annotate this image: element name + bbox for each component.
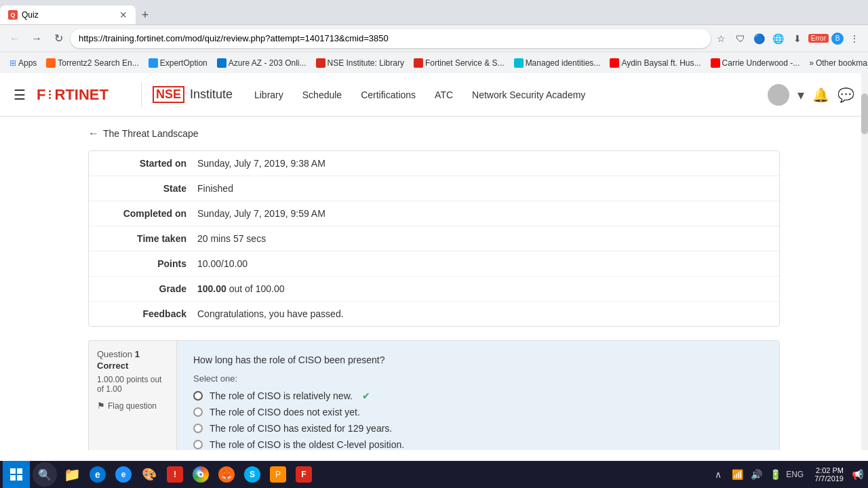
bookmark-fortinet[interactable]: Fortinet Service & S... xyxy=(410,57,509,69)
answer-text-1-2: The role of CISO does not exist yet. xyxy=(210,407,360,418)
radio-1-2[interactable] xyxy=(193,407,203,417)
question-1-points-total: 1.00 xyxy=(106,384,121,394)
error-badge: Error xyxy=(808,34,829,43)
state-label: State xyxy=(102,183,197,194)
scrollbar-thumb[interactable] xyxy=(861,94,868,134)
feedback-value: Congratulations, you have passed. xyxy=(197,308,766,319)
question-1-container: Question 1 Correct 1.00.00 points out of… xyxy=(88,340,780,450)
toolbar-icons: ☆ 🛡 🔵 🌐 ⬇ Error B ⋮ xyxy=(713,30,863,47)
scrollbar[interactable] xyxy=(861,73,868,450)
question-1-points: 1.00.00 points out of 1.00 xyxy=(97,375,168,394)
browser-chrome: Q Quiz ✕ + ← → ↻ ☆ 🛡 🔵 🌐 ⬇ Error B ⋮ ⊞ A… xyxy=(0,0,868,73)
started-on-label: Started on xyxy=(102,158,197,169)
points-value: 10.00/10.00 xyxy=(197,258,766,269)
extension4-icon[interactable]: B xyxy=(831,33,844,45)
bookmark-more[interactable]: » Other bookmarks xyxy=(805,57,868,69)
browser-toolbar: ← → ↻ ☆ 🛡 🔵 🌐 ⬇ Error B ⋮ xyxy=(0,24,868,52)
question-1-points-earned: 1.00 xyxy=(97,375,113,384)
quiz-info-points: Points 10.00/10.00 xyxy=(89,251,779,277)
tab-bar: Q Quiz ✕ + xyxy=(0,0,868,24)
extension2-icon[interactable]: 🌐 xyxy=(770,30,787,47)
star-icon[interactable]: ☆ xyxy=(713,30,730,47)
question-1-sidebar: Question 1 Correct 1.00.00 points out of… xyxy=(88,340,176,450)
bookmark-nse[interactable]: NSE Institute: Library xyxy=(312,57,408,69)
user-avatar[interactable] xyxy=(768,84,789,106)
nav-schedule[interactable]: Schedule xyxy=(302,89,342,100)
points-label: Points xyxy=(102,258,197,269)
question-1-main: How long has the role of CISO been prese… xyxy=(176,340,780,450)
nse-logo[interactable]: NSE Institute xyxy=(153,86,233,103)
flag-label: Flag question xyxy=(108,401,157,411)
fortinet-logo[interactable]: F RTINET xyxy=(37,86,108,104)
radio-1-3[interactable] xyxy=(193,424,203,433)
nav-links: Library Schedule Certifications ATC Netw… xyxy=(254,89,768,100)
radio-1-1[interactable] xyxy=(193,391,203,401)
tab-close-button[interactable]: ✕ xyxy=(119,9,127,20)
forward-button[interactable]: → xyxy=(27,29,46,48)
nav-library[interactable]: Library xyxy=(254,89,283,100)
feedback-label: Feedback xyxy=(102,308,197,319)
breadcrumb-link[interactable]: The Threat Landscape xyxy=(103,128,199,139)
bookmark-azure[interactable]: Azure AZ - 203 Onli... xyxy=(213,57,311,69)
answer-option-1-1: The role of CISO is relatively new. ✔ xyxy=(193,390,763,401)
back-button[interactable]: ← xyxy=(5,29,24,48)
bookmark-aydin-label: Aydin Baysal ft. Hus... xyxy=(621,58,701,68)
question-1-status: Correct xyxy=(97,361,168,371)
completed-on-label: Completed on xyxy=(102,208,197,219)
state-value: Finished xyxy=(197,183,766,194)
bookmarks-more-icon: » xyxy=(809,58,814,68)
quiz-info-table: Started on Sunday, July 7, 2019, 9:38 AM… xyxy=(88,150,780,327)
quiz-info-time-taken: Time taken 20 mins 57 secs xyxy=(89,226,779,251)
answer-text-1-3: The role of CISO has existed for 129 yea… xyxy=(210,423,392,434)
bookmark-apps[interactable]: ⊞ Apps xyxy=(5,57,41,69)
messages-icon[interactable]: 💬 xyxy=(837,87,854,103)
fortinet-dots xyxy=(49,90,51,99)
nav-atc[interactable]: ATC xyxy=(435,89,453,100)
bookmark-expertoption[interactable]: ExpertOption xyxy=(144,57,212,69)
answer-text-1-4: The role of CISO is the oldest C-level p… xyxy=(210,439,404,450)
nav-network-security-academy[interactable]: Network Security Academy xyxy=(472,89,585,100)
nse-text: NSE xyxy=(153,86,184,103)
started-on-value: Sunday, July 7, 2019, 9:38 AM xyxy=(197,158,766,169)
bookmark-torrentz-label: Torrentz2 Search En... xyxy=(58,58,138,68)
bookmark-carrie-label: Carrie Underwood -... xyxy=(722,58,800,68)
hamburger-menu-icon[interactable]: ☰ xyxy=(14,87,26,103)
notifications-icon[interactable]: 🔔 xyxy=(812,87,829,103)
quiz-info-completed-on: Completed on Sunday, July 7, 2019, 9:59 … xyxy=(89,201,779,226)
refresh-button[interactable]: ↻ xyxy=(49,29,68,48)
extension3-icon[interactable]: ⬇ xyxy=(789,30,806,47)
bookmark-apps-label: Apps xyxy=(18,58,37,68)
answer-option-1-2: The role of CISO does not exist yet. xyxy=(193,407,763,418)
fortinet-rtinet: RTINET xyxy=(54,86,108,104)
extension1-icon[interactable]: 🔵 xyxy=(751,30,768,47)
breadcrumb: ← The Threat Landscape xyxy=(0,117,868,150)
bookmark-expertoption-label: ExpertOption xyxy=(160,58,208,68)
breadcrumb-back-arrow[interactable]: ← xyxy=(88,127,99,140)
time-taken-value: 20 mins 57 secs xyxy=(197,233,766,244)
address-bar[interactable] xyxy=(71,29,711,48)
correct-checkmark-1: ✔ xyxy=(362,390,370,401)
grade-label: Grade xyxy=(102,283,197,294)
new-tab-button[interactable]: + xyxy=(136,5,155,24)
active-tab[interactable]: Q Quiz ✕ xyxy=(0,5,136,24)
bookmark-fortinet-label: Fortinet Service & S... xyxy=(425,58,505,68)
radio-1-4[interactable] xyxy=(193,440,203,449)
bookmark-carrie[interactable]: Carrie Underwood -... xyxy=(707,57,804,69)
fortinet-f: F xyxy=(37,86,45,104)
bookmarks-bar: ⊞ Apps Torrentz2 Search En... ExpertOpti… xyxy=(0,52,868,73)
quiz-info-state: State Finished xyxy=(89,176,779,201)
menu-dots[interactable]: ⋮ xyxy=(846,30,863,47)
question-1-flag[interactable]: ⚑ Flag question xyxy=(97,401,168,411)
answer-option-1-3: The role of CISO has existed for 129 yea… xyxy=(193,423,763,434)
bookmark-aydin[interactable]: Aydin Baysal ft. Hus... xyxy=(606,57,705,69)
bookmark-managed[interactable]: Managed identities... xyxy=(510,57,605,69)
bookmark-torrentz[interactable]: Torrentz2 Search En... xyxy=(42,57,142,69)
nav-certifications[interactable]: Certifications xyxy=(361,89,416,100)
dropdown-chevron[interactable]: ▾ xyxy=(797,87,804,103)
logo-divider xyxy=(141,83,142,107)
shield-icon[interactable]: 🛡 xyxy=(732,30,749,47)
quiz-info-feedback: Feedback Congratulations, you have passe… xyxy=(89,302,779,326)
bookmark-managed-label: Managed identities... xyxy=(526,58,601,68)
grade-value: 100.00 out of 100.00 xyxy=(197,283,766,294)
flag-icon: ⚑ xyxy=(97,401,105,411)
